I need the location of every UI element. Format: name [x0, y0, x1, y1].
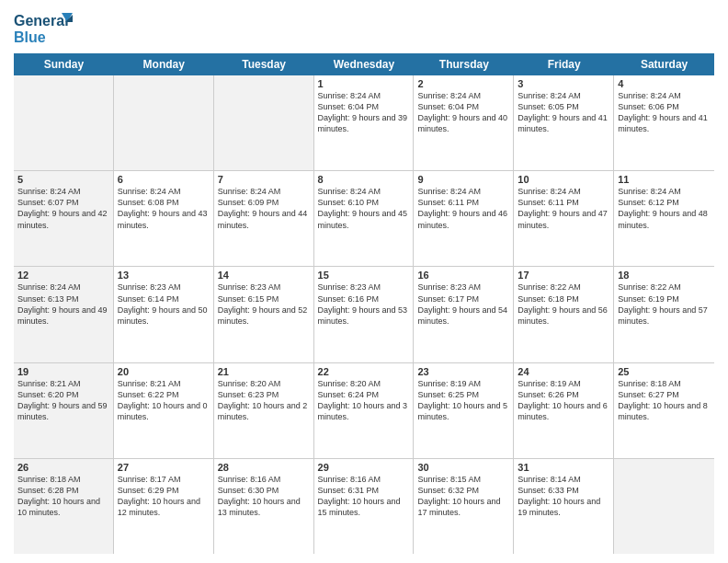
week-row-2: 5Sunrise: 8:24 AMSunset: 6:07 PMDaylight…	[14, 171, 714, 267]
day-cell-15: 15Sunrise: 8:23 AMSunset: 6:16 PMDayligh…	[314, 267, 415, 362]
calendar-body: 1Sunrise: 8:24 AMSunset: 6:04 PMDaylight…	[14, 75, 714, 554]
day-info: Sunrise: 8:24 AMSunset: 6:10 PMDaylight:…	[318, 186, 410, 231]
day-number: 31	[518, 462, 609, 473]
day-cell-9: 9Sunrise: 8:24 AMSunset: 6:11 PMDaylight…	[414, 171, 514, 266]
day-number: 27	[118, 462, 210, 473]
day-number: 11	[618, 174, 711, 185]
day-info: Sunrise: 8:18 AMSunset: 6:27 PMDaylight:…	[618, 378, 711, 423]
day-number: 13	[118, 270, 210, 281]
day-number: 22	[318, 366, 410, 377]
day-number: 29	[318, 462, 410, 473]
day-number: 26	[17, 462, 109, 473]
day-info: Sunrise: 8:24 AMSunset: 6:09 PMDaylight:…	[218, 186, 310, 231]
svg-text:Blue: Blue	[14, 29, 46, 45]
day-number: 20	[118, 366, 210, 377]
day-cell-11: 11Sunrise: 8:24 AMSunset: 6:12 PMDayligh…	[614, 171, 714, 266]
day-info: Sunrise: 8:20 AMSunset: 6:24 PMDaylight:…	[318, 378, 410, 423]
day-cell-18: 18Sunrise: 8:22 AMSunset: 6:19 PMDayligh…	[614, 267, 714, 362]
calendar: SundayMondayTuesdayWednesdayThursdayFrid…	[14, 53, 714, 554]
day-info: Sunrise: 8:23 AMSunset: 6:15 PMDaylight:…	[218, 282, 310, 327]
day-cell-25: 25Sunrise: 8:18 AMSunset: 6:27 PMDayligh…	[614, 363, 714, 458]
day-number: 4	[618, 78, 711, 89]
day-info: Sunrise: 8:15 AMSunset: 6:32 PMDaylight:…	[417, 474, 509, 519]
day-info: Sunrise: 8:14 AMSunset: 6:33 PMDaylight:…	[518, 474, 609, 519]
col-header-saturday: Saturday	[614, 53, 714, 75]
week-row-5: 26Sunrise: 8:18 AMSunset: 6:28 PMDayligh…	[14, 459, 714, 554]
day-cell-4: 4Sunrise: 8:24 AMSunset: 6:06 PMDaylight…	[614, 75, 714, 170]
day-number: 25	[618, 366, 711, 377]
day-info: Sunrise: 8:16 AMSunset: 6:31 PMDaylight:…	[318, 474, 410, 519]
day-cell-2: 2Sunrise: 8:24 AMSunset: 6:04 PMDaylight…	[414, 75, 514, 170]
day-cell-20: 20Sunrise: 8:21 AMSunset: 6:22 PMDayligh…	[114, 363, 214, 458]
day-number: 2	[417, 78, 509, 89]
day-number: 14	[218, 270, 310, 281]
day-cell-13: 13Sunrise: 8:23 AMSunset: 6:14 PMDayligh…	[114, 267, 214, 362]
day-info: Sunrise: 8:24 AMSunset: 6:04 PMDaylight:…	[417, 90, 509, 135]
day-info: Sunrise: 8:23 AMSunset: 6:14 PMDaylight:…	[118, 282, 210, 327]
day-cell-3: 3Sunrise: 8:24 AMSunset: 6:05 PMDaylight…	[514, 75, 614, 170]
day-cell-28: 28Sunrise: 8:16 AMSunset: 6:30 PMDayligh…	[214, 459, 314, 554]
day-number: 23	[417, 366, 509, 377]
day-number: 19	[17, 366, 109, 377]
logo: GeneralBlue	[14, 9, 78, 46]
day-info: Sunrise: 8:20 AMSunset: 6:23 PMDaylight:…	[218, 378, 310, 423]
day-info: Sunrise: 8:23 AMSunset: 6:16 PMDaylight:…	[318, 282, 410, 327]
day-cell-27: 27Sunrise: 8:17 AMSunset: 6:29 PMDayligh…	[114, 459, 214, 554]
day-number: 15	[318, 270, 410, 281]
day-info: Sunrise: 8:19 AMSunset: 6:26 PMDaylight:…	[518, 378, 609, 423]
col-header-sunday: Sunday	[14, 53, 114, 75]
day-info: Sunrise: 8:24 AMSunset: 6:07 PMDaylight:…	[17, 186, 109, 231]
day-info: Sunrise: 8:24 AMSunset: 6:06 PMDaylight:…	[618, 90, 711, 135]
day-info: Sunrise: 8:17 AMSunset: 6:29 PMDaylight:…	[118, 474, 210, 519]
empty-cell	[114, 75, 214, 170]
day-info: Sunrise: 8:24 AMSunset: 6:11 PMDaylight:…	[518, 186, 609, 231]
day-cell-26: 26Sunrise: 8:18 AMSunset: 6:28 PMDayligh…	[14, 459, 114, 554]
day-info: Sunrise: 8:24 AMSunset: 6:04 PMDaylight:…	[318, 90, 410, 135]
day-cell-31: 31Sunrise: 8:14 AMSunset: 6:33 PMDayligh…	[514, 459, 614, 554]
day-cell-10: 10Sunrise: 8:24 AMSunset: 6:11 PMDayligh…	[514, 171, 614, 266]
week-row-4: 19Sunrise: 8:21 AMSunset: 6:20 PMDayligh…	[14, 363, 714, 459]
day-cell-16: 16Sunrise: 8:23 AMSunset: 6:17 PMDayligh…	[414, 267, 514, 362]
calendar-header: SundayMondayTuesdayWednesdayThursdayFrid…	[14, 53, 714, 75]
day-cell-12: 12Sunrise: 8:24 AMSunset: 6:13 PMDayligh…	[14, 267, 114, 362]
day-cell-23: 23Sunrise: 8:19 AMSunset: 6:25 PMDayligh…	[414, 363, 514, 458]
day-cell-21: 21Sunrise: 8:20 AMSunset: 6:23 PMDayligh…	[214, 363, 314, 458]
header: GeneralBlue	[14, 9, 714, 46]
day-info: Sunrise: 8:21 AMSunset: 6:22 PMDaylight:…	[118, 378, 210, 423]
day-number: 6	[118, 174, 210, 185]
day-info: Sunrise: 8:16 AMSunset: 6:30 PMDaylight:…	[218, 474, 310, 519]
svg-text:General: General	[14, 13, 69, 29]
day-number: 30	[417, 462, 509, 473]
day-cell-6: 6Sunrise: 8:24 AMSunset: 6:08 PMDaylight…	[114, 171, 214, 266]
day-info: Sunrise: 8:22 AMSunset: 6:19 PMDaylight:…	[618, 282, 711, 327]
day-cell-30: 30Sunrise: 8:15 AMSunset: 6:32 PMDayligh…	[414, 459, 514, 554]
day-cell-5: 5Sunrise: 8:24 AMSunset: 6:07 PMDaylight…	[14, 171, 114, 266]
day-number: 10	[518, 174, 609, 185]
empty-cell	[614, 459, 714, 554]
day-cell-17: 17Sunrise: 8:22 AMSunset: 6:18 PMDayligh…	[514, 267, 614, 362]
day-cell-19: 19Sunrise: 8:21 AMSunset: 6:20 PMDayligh…	[14, 363, 114, 458]
logo-svg: GeneralBlue	[14, 9, 78, 46]
col-header-thursday: Thursday	[414, 53, 514, 75]
day-info: Sunrise: 8:18 AMSunset: 6:28 PMDaylight:…	[17, 474, 109, 519]
empty-cell	[214, 75, 314, 170]
page: GeneralBlue SundayMondayTuesdayWednesday…	[0, 0, 728, 563]
day-number: 12	[17, 270, 109, 281]
day-cell-29: 29Sunrise: 8:16 AMSunset: 6:31 PMDayligh…	[314, 459, 415, 554]
col-header-friday: Friday	[514, 53, 614, 75]
day-number: 28	[218, 462, 310, 473]
col-header-monday: Monday	[114, 53, 214, 75]
day-info: Sunrise: 8:19 AMSunset: 6:25 PMDaylight:…	[417, 378, 509, 423]
day-number: 8	[318, 174, 410, 185]
day-cell-24: 24Sunrise: 8:19 AMSunset: 6:26 PMDayligh…	[514, 363, 614, 458]
day-info: Sunrise: 8:24 AMSunset: 6:11 PMDaylight:…	[417, 186, 509, 231]
day-number: 7	[218, 174, 310, 185]
day-cell-7: 7Sunrise: 8:24 AMSunset: 6:09 PMDaylight…	[214, 171, 314, 266]
day-cell-22: 22Sunrise: 8:20 AMSunset: 6:24 PMDayligh…	[314, 363, 415, 458]
day-info: Sunrise: 8:22 AMSunset: 6:18 PMDaylight:…	[518, 282, 609, 327]
day-info: Sunrise: 8:23 AMSunset: 6:17 PMDaylight:…	[417, 282, 509, 327]
week-row-3: 12Sunrise: 8:24 AMSunset: 6:13 PMDayligh…	[14, 267, 714, 362]
empty-cell	[14, 75, 114, 170]
day-info: Sunrise: 8:24 AMSunset: 6:08 PMDaylight:…	[118, 186, 210, 231]
day-number: 18	[618, 270, 711, 281]
